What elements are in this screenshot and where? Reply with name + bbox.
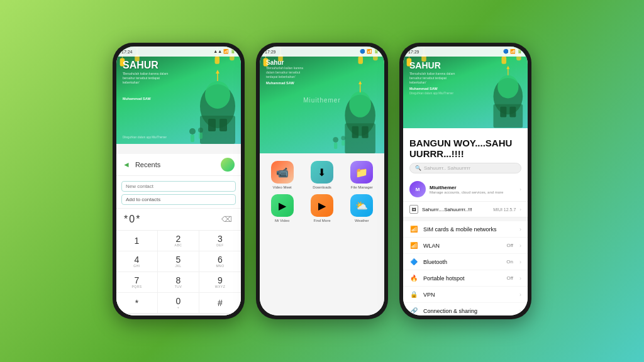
phone1-recents-header: ◄ Recents [116,154,241,176]
app-icon-0[interactable]: 📹 Video Meet [265,161,299,189]
dial-key-7[interactable]: 7PQRS [116,272,158,293]
new-contact-input[interactable] [121,181,236,192]
phone-1: 17:24 ▲▲ 📶 🔋 SAHUR 'Bersahulah kalian ka… [113,43,245,319]
settings-row-vpn[interactable]: 🔒 VPN › [403,287,528,303]
search-placeholder: Sahuurrr.. Sahuurrrrr [424,165,470,171]
settings-search-bar[interactable]: 🔍 Sahuurrr.. Sahuurrrrr [409,163,521,173]
app-label-2: File Manager [351,185,373,189]
app-icon-2[interactable]: 📁 File Manager [345,161,379,189]
app-icon-img-4: ▶ [311,194,333,217]
account-sub: Manage accounts, cloud services, and mor… [430,190,516,194]
phone1-banner: 17:24 ▲▲ 📶 🔋 SAHUR 'Bersahulah kalian ka… [116,47,241,144]
app-label-4: Find More [313,219,330,222]
phone2-app-grid-content: 📹 Video Meet ⬇ Downloads 📁 File Manager … [260,153,384,315]
account-name: Miuithemer [430,185,516,190]
app-icon-img-5: ⛅ [350,194,373,217]
back-arrow-icon[interactable]: ◄ [123,160,130,169]
vpn-chevron-icon: › [519,292,521,298]
settings-top: BANGUN WOY....SAHU UURRR...!!!! 🔍 Sahuur… [403,128,528,177]
svg-point-34 [333,137,338,143]
account-chevron-icon: › [519,187,521,192]
phone-1-screen: 17:24 ▲▲ 📶 🔋 SAHUR 'Bersahulah kalian ka… [116,47,241,315]
dial-key-6[interactable]: 6MNO [199,251,241,272]
add-contact-btn[interactable]: Add to contacts [121,194,236,205]
dial-key-0[interactable]: 0+ [158,293,199,314]
app-icon-4[interactable]: ▶ Find More [304,194,339,222]
phone3-banner-title: SAHUR 'Bersahulah kalian karena dalam be… [409,60,460,95]
bluetooth-chevron-icon: › [519,259,521,265]
phone3-status-bar: 17:29 🔵 📶 🔋 [403,47,528,57]
dial-key-8[interactable]: 8TUV [158,272,199,293]
delete-btn[interactable]: ⌫ [221,215,233,224]
search-icon: 🔍 [415,165,421,171]
dial-display: *0* ⌫ [116,209,241,231]
phone1-icons: ▲▲ 📶 🔋 [213,49,236,54]
theme-version: MIUI 12.5.7 [493,207,516,212]
settings-row-connection[interactable]: 🔗 Connection & sharing › [403,303,528,315]
phone2-time: 17:29 [265,50,276,54]
app-label-5: Weather [355,219,369,222]
phone1-banner-title: SAHUR [123,60,158,70]
svg-rect-11 [208,119,216,131]
svg-marker-52 [506,66,509,69]
dial-key-5[interactable]: 5JKL [158,251,199,272]
app-icon-5[interactable]: ⛅ Weather [345,194,379,222]
svg-point-15 [189,128,196,134]
phone3-settings-content: BANGUN WOY....SAHU UURRR...!!!! 🔍 Sahuur… [403,128,528,315]
phone-2: 17:29 🔵 📶 🔋 Sahur 'Bersahurlah kalian ka… [256,43,388,319]
phone-2-screen: 17:29 🔵 📶 🔋 Sahur 'Bersahurlah kalian ka… [260,47,384,315]
phone-3: 17:29 🔵 📶 🔋 SAHUR 'Bersahulah kalian kar… [399,43,531,319]
sim-chevron-icon: › [519,226,521,233]
sim-icon: 📶 [409,226,418,233]
settings-row-bluetooth[interactable]: 🔷 Bluetooth On › [403,254,528,270]
phone1-mosque-svg [183,62,240,144]
app-label-0: Video Meet [273,185,292,189]
phone2-icons: 🔵 📶 🔋 [360,49,379,54]
wlan-value: Off [506,243,513,248]
dial-key-1[interactable]: 1 [116,231,158,251]
settings-account-row[interactable]: M Miuithemer Manage accounts, cloud serv… [403,177,528,202]
phone2-banner-title: Sahur [266,59,310,66]
phone1-banner-author: Muhammad SAW [123,97,151,101]
dial-key-2[interactable]: 2ABC [158,231,199,251]
svg-rect-50 [509,107,516,118]
connection-icon: 🔗 [409,307,418,314]
recents-avatar [221,158,235,172]
dial-key-star[interactable]: * [116,293,158,314]
svg-rect-49 [500,107,506,118]
phone3-mosque-svg [479,59,526,128]
hotspot-icon: 🔥 [409,275,418,282]
phone3-time: 17:29 [408,50,419,54]
dial-key-hash[interactable]: # [199,293,241,314]
settings-notification-title: BANGUN WOY....SAHU UURRR...!!!! [409,138,521,159]
dialer-input-section: Add to contacts [116,176,241,209]
settings-theme-row[interactable]: 🖼 Sahurrr....Sahuurrrr..!!! MIUI 12.5.7 … [403,202,528,217]
hotspot-label: Portable hotspot [423,275,501,282]
phone2-app-grid: 📹 Video Meet ⬇ Downloads 📁 File Manager … [265,161,379,222]
svg-rect-10 [200,116,235,144]
settings-row-wlan[interactable]: 📶 WLAN Off › [403,238,528,254]
vpn-label: VPN [423,292,513,298]
app-icon-1[interactable]: ⬇ Downloads [304,161,339,189]
svg-rect-30 [352,126,358,138]
recents-label: Recents [135,161,160,168]
dial-key-3[interactable]: 3DEF [199,231,241,251]
phone2-mosque-svg [326,72,383,153]
app-icon-img-3: ▶ [271,194,294,217]
phone2-status-bar: 17:29 🔵 📶 🔋 [260,47,384,57]
svg-point-9 [205,81,230,109]
dial-number: *0* [124,214,141,225]
dial-key-4[interactable]: 4GHI [116,251,158,272]
svg-point-36 [341,136,345,140]
svg-rect-35 [334,143,337,149]
app-icon-3[interactable]: ▶ Mi Video [265,194,299,222]
dial-key-9[interactable]: 9WXYZ [199,272,241,293]
phone-3-screen: 17:29 🔵 📶 🔋 SAHUR 'Bersahulah kalian kar… [403,47,528,315]
app-icon-img-1: ⬇ [311,161,333,184]
phone1-status-bar: 17:24 ▲▲ 📶 🔋 [116,47,241,57]
settings-row-hotspot[interactable]: 🔥 Portable hotspot Off › [403,270,528,287]
bluetooth-icon: 🔷 [409,258,418,265]
settings-row-sim[interactable]: 📶 SIM cards & mobile networks › [403,221,528,238]
svg-rect-16 [191,134,194,142]
dialer-bottom: ☰ SA+ SA+ [116,314,241,315]
